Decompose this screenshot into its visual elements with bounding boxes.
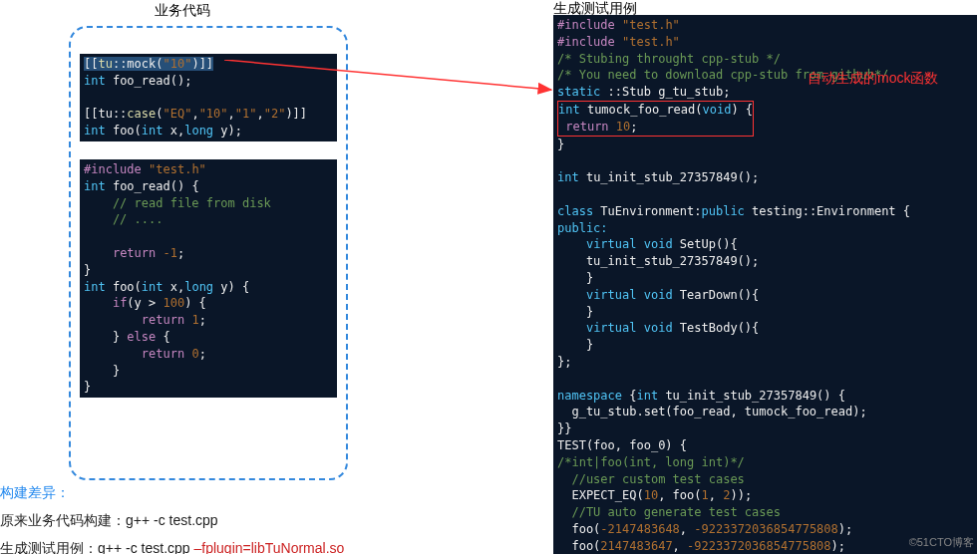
code-block-source: #include "test.h" int foo_read() { // re… (80, 159, 337, 398)
watermark: ©51CTO博客 (909, 535, 974, 550)
code-block-annotations: [[tu::mock("10")]] int foo_read(); [[tu:… (80, 54, 337, 141)
build-diff-section: 构建差异： 原来业务代码构建：g++ -c test.cpp 生成测试用例：g+… (0, 484, 344, 554)
build-original-line: 原来业务代码构建：g++ -c test.cpp (0, 512, 344, 530)
mock-function-label: 自动生成的mock函数 (808, 70, 938, 88)
business-code-label: 业务代码 (155, 2, 210, 20)
build-generated-line: 生成测试用例：g++ -c test.cpp –fplugin=libTuNor… (0, 540, 344, 554)
build-diff-title: 构建差异： (0, 484, 344, 502)
generated-test-code: #include "test.h" #include "test.h" /* S… (553, 15, 977, 554)
